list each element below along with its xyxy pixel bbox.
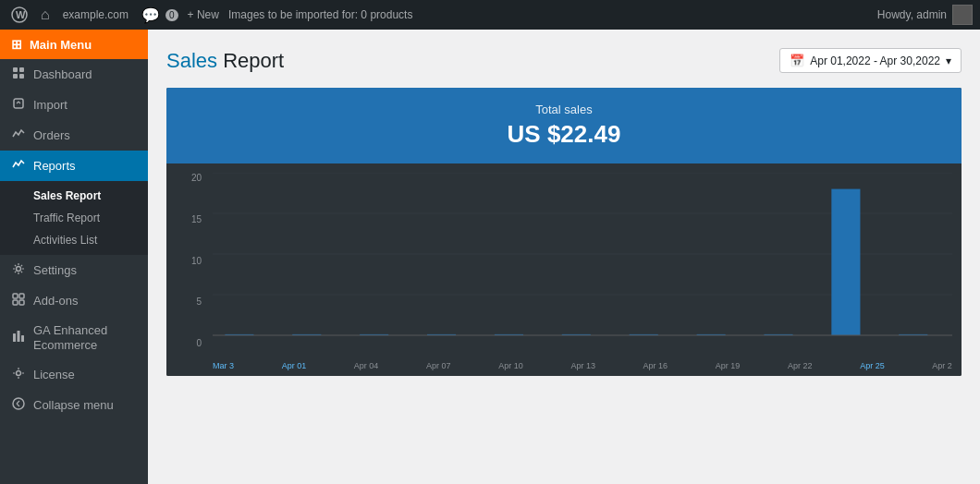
admin-bar: W ⌂ example.com 💬 0 + New Images to be i… (0, 0, 980, 30)
reports-icon (11, 158, 26, 174)
sidebar-item-collapse[interactable]: Collapse menu (0, 390, 148, 420)
content-area: Sales Report 📅 Apr 01,2022 - Apr 30,2022… (148, 30, 980, 484)
collapse-icon (11, 397, 26, 413)
svg-rect-12 (13, 333, 16, 342)
orders-label: Orders (33, 128, 70, 142)
y-label-15: 15 (174, 214, 202, 224)
addons-label: Add-ons (33, 294, 78, 308)
sidebar-item-import[interactable]: Import (0, 90, 148, 120)
x-label-apr07: Apr 07 (426, 361, 451, 370)
svg-rect-8 (13, 294, 18, 298)
addons-icon (11, 293, 26, 309)
y-label-5: 5 (174, 296, 202, 307)
comments-count: 0 (165, 9, 178, 21)
home-icon[interactable]: ⌂ (37, 3, 54, 27)
orders-icon (11, 127, 26, 143)
admin-bar-left: W ⌂ example.com 💬 0 + New Images to be i… (7, 3, 872, 28)
date-range-picker[interactable]: 📅 Apr 01,2022 - Apr 30,2022 ▾ (779, 48, 962, 73)
x-label-apr10: Apr 10 (498, 361, 523, 370)
page-title-prefix: Sales (166, 49, 217, 72)
svg-rect-14 (21, 335, 24, 342)
x-label-apr22: Apr 22 (788, 361, 813, 370)
collapse-label: Collapse menu (33, 398, 114, 412)
svg-rect-11 (19, 300, 24, 305)
svg-rect-31 (831, 189, 860, 335)
chart-container: Total sales US $22.49 0 5 10 15 20 (166, 88, 962, 376)
reports-submenu: Sales Report Traffic Report Activities L… (0, 181, 148, 255)
sidebar-item-reports[interactable]: Reports (0, 151, 148, 181)
comments-icon[interactable]: 💬 (138, 3, 164, 28)
total-sales-label: Total sales (181, 103, 947, 116)
calendar-icon: 📅 (790, 54, 804, 67)
sidebar-item-license[interactable]: License (0, 359, 148, 390)
license-icon (11, 367, 26, 382)
y-label-10: 10 (174, 256, 202, 266)
sidebar-item-ga-enhanced[interactable]: GA EnhancedEcommerce (0, 316, 148, 359)
x-label-apr19: Apr 19 (716, 361, 741, 370)
sidebar-item-dashboard[interactable]: Dashboard (0, 59, 148, 90)
y-axis-labels: 0 5 10 15 20 (174, 173, 202, 348)
ga-label: GA EnhancedEcommerce (33, 323, 107, 352)
sidebar-item-settings[interactable]: Settings (0, 255, 148, 285)
wp-logo-icon[interactable]: W (7, 3, 31, 27)
x-label-apr01: Apr 01 (282, 361, 307, 370)
sidebar-item-orders[interactable]: Orders (0, 120, 148, 151)
svg-rect-10 (13, 300, 18, 305)
reports-label: Reports (33, 159, 76, 173)
site-name[interactable]: example.com (59, 5, 132, 25)
svg-rect-3 (19, 67, 24, 72)
svg-rect-5 (19, 74, 24, 79)
svg-text:W: W (16, 9, 26, 20)
sidebar: ⊞ Main Menu Dashboard (0, 30, 148, 484)
settings-label: Settings (33, 263, 77, 277)
x-label-apr04: Apr 04 (354, 361, 379, 370)
new-label: + New (188, 8, 219, 21)
svg-rect-13 (18, 331, 20, 342)
chart-body: 0 5 10 15 20 (166, 163, 962, 376)
dropdown-icon: ▾ (946, 54, 951, 67)
page-header: Sales Report 📅 Apr 01,2022 - Apr 30,2022… (166, 48, 962, 73)
svg-point-15 (17, 371, 21, 376)
sidebar-sub-activities-list[interactable]: Activities List (0, 229, 148, 251)
y-label-0: 0 (174, 338, 202, 348)
sidebar-main-menu[interactable]: ⊞ Main Menu (0, 30, 148, 59)
x-label-apr2: Apr 2 (932, 361, 952, 370)
import-notice: Images to be imported for: 0 products (228, 8, 412, 21)
import-icon (11, 97, 26, 113)
x-axis-labels: Mar 3 Apr 01 Apr 04 Apr 07 Apr 10 Apr 13… (213, 357, 952, 374)
dashboard-icon (11, 67, 26, 82)
chart-header: Total sales US $22.49 (166, 88, 962, 163)
sidebar-item-addons[interactable]: Add-ons (0, 285, 148, 316)
y-label-20: 20 (174, 173, 202, 183)
page-title-suffix: Report (223, 49, 284, 72)
license-label: License (33, 368, 75, 381)
svg-rect-9 (19, 294, 24, 298)
howdy-text: Howdy, admin (877, 8, 947, 21)
x-label-mar3: Mar 3 (213, 361, 234, 370)
x-label-apr25: Apr 25 (860, 361, 885, 370)
app-window: W ⌂ example.com 💬 0 + New Images to be i… (0, 0, 980, 484)
x-label-apr16: Apr 16 (643, 361, 668, 370)
page-title: Sales Report (166, 49, 284, 73)
svg-point-16 (13, 398, 24, 409)
chart-svg (213, 173, 952, 376)
new-button[interactable]: + New (184, 5, 223, 25)
ga-icon (11, 330, 26, 345)
main-menu-label: Main Menu (30, 38, 92, 52)
sidebar-sub-sales-report[interactable]: Sales Report (0, 185, 148, 207)
settings-icon (11, 262, 26, 278)
admin-bar-right: Howdy, admin (877, 5, 973, 25)
main-menu-icon: ⊞ (11, 37, 22, 52)
svg-rect-4 (13, 74, 18, 79)
svg-rect-2 (13, 67, 18, 72)
import-label: Import (33, 98, 67, 112)
total-sales-value: US $22.49 (181, 120, 947, 149)
svg-point-7 (17, 267, 21, 272)
date-range-value: Apr 01,2022 - Apr 30,2022 (810, 54, 940, 67)
svg-rect-6 (14, 99, 23, 108)
main-layout: ⊞ Main Menu Dashboard (0, 30, 980, 484)
sidebar-sub-traffic-report[interactable]: Traffic Report (0, 207, 148, 229)
dashboard-label: Dashboard (33, 67, 92, 81)
avatar[interactable] (952, 5, 973, 25)
x-label-apr13: Apr 13 (570, 361, 595, 370)
